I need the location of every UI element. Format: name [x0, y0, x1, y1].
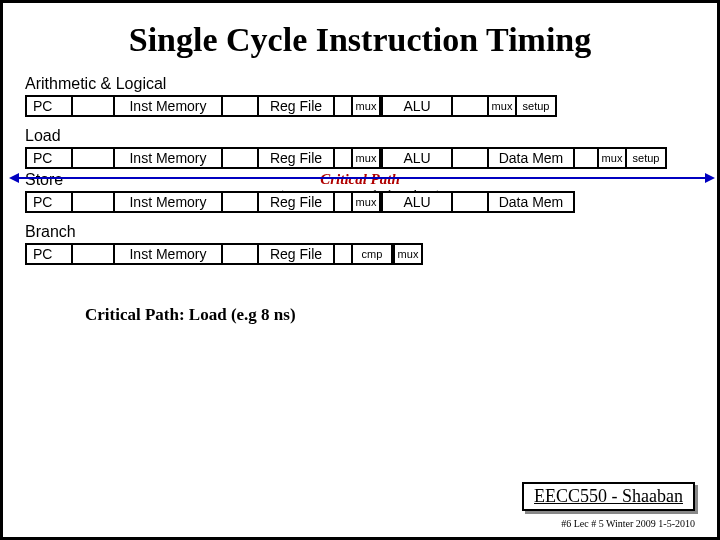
section-label-branch: Branch — [25, 223, 695, 241]
stage-setup: setup — [627, 147, 667, 169]
stage-imem: Inst Memory — [113, 147, 223, 169]
stage-pc: PC — [25, 147, 73, 169]
stage-gap — [335, 95, 351, 117]
stage-gap — [73, 95, 113, 117]
stage-pc: PC — [25, 95, 73, 117]
footer-sub: #6 Lec # 5 Winter 2009 1-5-2010 — [561, 518, 695, 529]
stage-gap — [335, 147, 351, 169]
stage-pc: PC — [25, 243, 73, 265]
slide-frame: Single Cycle Instruction Timing Arithmet… — [0, 0, 720, 540]
critical-path-arrow — [17, 177, 707, 179]
footer-course: EECC550 - Shaaban — [534, 486, 683, 506]
stage-gap — [453, 147, 487, 169]
stage-mux: mux — [351, 95, 381, 117]
stage-regfile: Reg File — [257, 243, 335, 265]
stage-setup: setup — [517, 95, 557, 117]
stage-gap — [335, 191, 351, 213]
stage-mux: mux — [351, 147, 381, 169]
stage-gap — [575, 147, 597, 169]
stage-gap — [335, 243, 351, 265]
critical-path-note: Critical Path: Load (e.g 8 ns) — [85, 305, 695, 325]
slide-title: Single Cycle Instruction Timing — [25, 21, 695, 59]
row-arith: PC Inst Memory Reg File mux ALU mux setu… — [25, 95, 695, 117]
stage-imem: Inst Memory — [113, 95, 223, 117]
stage-alu: ALU — [381, 191, 453, 213]
stage-gap — [453, 191, 487, 213]
stage-gap — [223, 243, 257, 265]
stage-dmem: Data Mem — [487, 147, 575, 169]
stage-regfile: Reg File — [257, 191, 335, 213]
stage-imem: Inst Memory — [113, 243, 223, 265]
stage-mux: mux — [487, 95, 517, 117]
stage-mux: mux — [393, 243, 423, 265]
row-branch: PC Inst Memory Reg File cmp mux — [25, 243, 695, 265]
footer-box: EECC550 - Shaaban — [522, 482, 695, 511]
stage-pc: PC — [25, 191, 73, 213]
row-store: PC Inst Memory Reg File mux ALU Data Mem — [25, 191, 695, 213]
stage-gap — [453, 95, 487, 117]
section-label-arith: Arithmetic & Logical — [25, 75, 695, 93]
stage-gap — [73, 191, 113, 213]
stage-gap — [223, 147, 257, 169]
stage-gap — [223, 95, 257, 117]
stage-alu: ALU — [381, 147, 453, 169]
stage-imem: Inst Memory — [113, 191, 223, 213]
stage-cmp: cmp — [351, 243, 393, 265]
stage-mux: mux — [597, 147, 627, 169]
stage-gap — [73, 243, 113, 265]
stage-gap — [73, 147, 113, 169]
stage-mux: mux — [351, 191, 381, 213]
row-load: PC Inst Memory Reg File mux ALU Data Mem… — [25, 147, 695, 169]
stage-dmem: Data Mem — [487, 191, 575, 213]
stage-regfile: Reg File — [257, 95, 335, 117]
stage-alu: ALU — [381, 95, 453, 117]
section-label-load: Load — [25, 127, 695, 145]
stage-regfile: Reg File — [257, 147, 335, 169]
stage-gap — [223, 191, 257, 213]
